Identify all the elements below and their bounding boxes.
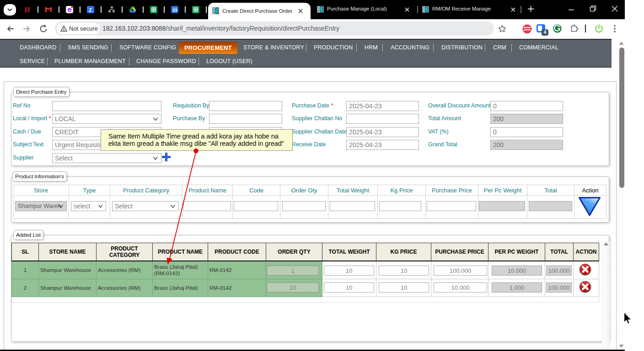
svg-text:Z: Z	[89, 7, 92, 13]
svg-text:23: 23	[172, 8, 177, 12]
svg-text:H: H	[24, 6, 30, 13]
